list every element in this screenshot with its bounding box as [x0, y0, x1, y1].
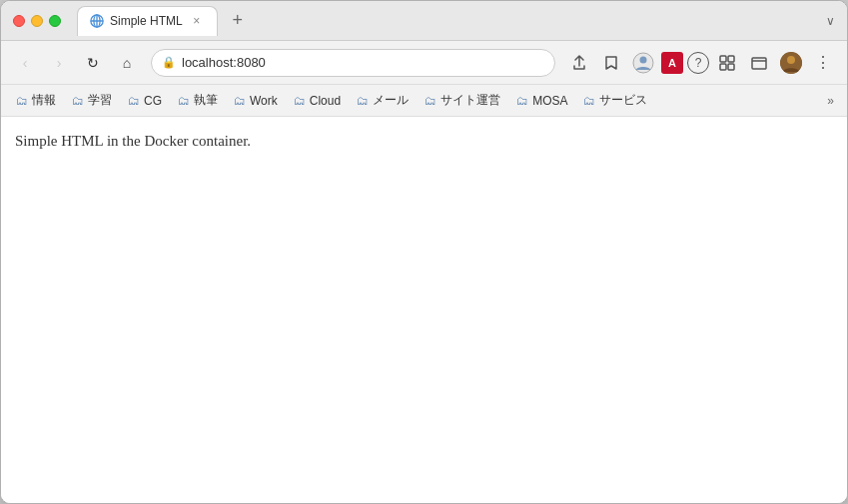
close-button[interactable] [13, 15, 25, 27]
avatar-button[interactable] [777, 49, 805, 77]
folder-icon-5: 🗂 [294, 94, 306, 108]
svg-rect-6 [720, 56, 726, 62]
bookmark-label-8: MOSA [532, 94, 567, 108]
folder-icon-8: 🗂 [516, 94, 528, 108]
bookmark-label-4: Work [250, 94, 278, 108]
svg-rect-9 [728, 64, 734, 70]
address-bar[interactable]: 🔒 localhost:8080 [151, 49, 555, 77]
tab-bar: Simple HTML × + ∨ [77, 6, 835, 36]
minimize-button[interactable] [31, 15, 43, 27]
menu-dots-icon: ⋮ [815, 53, 832, 72]
share-icon [571, 55, 587, 71]
bookmark-item-0[interactable]: 🗂 情報 [9, 89, 63, 112]
bookmark-label-3: 執筆 [194, 92, 218, 109]
title-bar: Simple HTML × + ∨ [1, 1, 847, 41]
profile-circle-icon [632, 52, 654, 74]
bookmarks-bar: 🗂 情報 🗂 学習 🗂 CG 🗂 執筆 🗂 Work 🗂 Cloud 🗂 メール [1, 85, 847, 117]
tab-close-button[interactable]: × [189, 13, 205, 29]
page-content: Simple HTML in the Docker container. [1, 117, 847, 503]
profile-circle-button[interactable] [629, 49, 657, 77]
puzzle-icon [719, 55, 735, 71]
extensions-button[interactable] [713, 49, 741, 77]
url-text: localhost:8080 [182, 55, 266, 70]
folder-icon-2: 🗂 [128, 94, 140, 108]
bookmark-button[interactable] [597, 49, 625, 77]
adobe-button[interactable]: A [661, 52, 683, 74]
maximize-button[interactable] [49, 15, 61, 27]
forward-button[interactable]: › [45, 49, 73, 77]
window-icon [751, 55, 767, 71]
lock-icon: 🔒 [162, 56, 176, 69]
folder-icon-1: 🗂 [72, 94, 84, 108]
page-text: Simple HTML in the Docker container. [15, 133, 833, 150]
svg-rect-7 [728, 56, 734, 62]
adobe-label: A [668, 57, 676, 69]
bookmark-item-1[interactable]: 🗂 学習 [65, 89, 119, 112]
bookmark-label-5: Cloud [310, 94, 341, 108]
avatar [780, 52, 802, 74]
reload-button[interactable]: ↻ [79, 49, 107, 77]
folder-icon-4: 🗂 [234, 94, 246, 108]
home-button[interactable]: ⌂ [113, 49, 141, 77]
bookmark-label-6: メール [373, 92, 409, 109]
share-button[interactable] [565, 49, 593, 77]
back-button[interactable]: ‹ [11, 49, 39, 77]
bookmark-icon [603, 55, 619, 71]
bookmark-label-7: サイト運営 [440, 92, 500, 109]
folder-icon-6: 🗂 [357, 94, 369, 108]
folder-icon-7: 🗂 [424, 94, 436, 108]
folder-icon-3: 🗂 [178, 94, 190, 108]
svg-rect-10 [752, 58, 766, 69]
svg-point-13 [787, 56, 795, 64]
expand-button[interactable]: ∨ [826, 14, 835, 28]
nav-bar: ‹ › ↻ ⌂ 🔒 localhost:8080 [1, 41, 847, 85]
bookmarks-more-button[interactable]: » [822, 91, 839, 111]
svg-rect-8 [720, 64, 726, 70]
bookmark-item-9[interactable]: 🗂 サービス [576, 89, 654, 112]
tab-title: Simple HTML [110, 14, 183, 28]
window-button[interactable] [745, 49, 773, 77]
svg-point-5 [640, 56, 647, 63]
bookmark-item-6[interactable]: 🗂 メール [350, 89, 416, 112]
folder-icon-0: 🗂 [16, 94, 28, 108]
bookmark-item-8[interactable]: 🗂 MOSA [509, 91, 574, 111]
bookmark-label-2: CG [144, 94, 162, 108]
tab-favicon [90, 14, 104, 28]
browser-window: Simple HTML × + ∨ ‹ › ↻ ⌂ 🔒 localhost:80… [0, 0, 848, 504]
bookmark-label-1: 学習 [88, 92, 112, 109]
bookmark-label-0: 情報 [32, 92, 56, 109]
bookmark-item-4[interactable]: 🗂 Work [227, 91, 285, 111]
bookmark-item-5[interactable]: 🗂 Cloud [287, 91, 348, 111]
toolbar-icons: A ? [565, 49, 837, 77]
question-icon: ? [695, 56, 702, 70]
active-tab[interactable]: Simple HTML × [77, 6, 218, 36]
bookmark-label-9: サービス [599, 92, 647, 109]
traffic-lights [13, 15, 61, 27]
bookmark-item-7[interactable]: 🗂 サイト運営 [418, 89, 507, 112]
menu-button[interactable]: ⋮ [809, 49, 837, 77]
bookmark-item-2[interactable]: 🗂 CG [121, 91, 169, 111]
bookmark-item-3[interactable]: 🗂 執筆 [171, 89, 225, 112]
folder-icon-9: 🗂 [583, 94, 595, 108]
new-tab-button[interactable]: + [224, 7, 252, 35]
question-button[interactable]: ? [687, 52, 709, 74]
